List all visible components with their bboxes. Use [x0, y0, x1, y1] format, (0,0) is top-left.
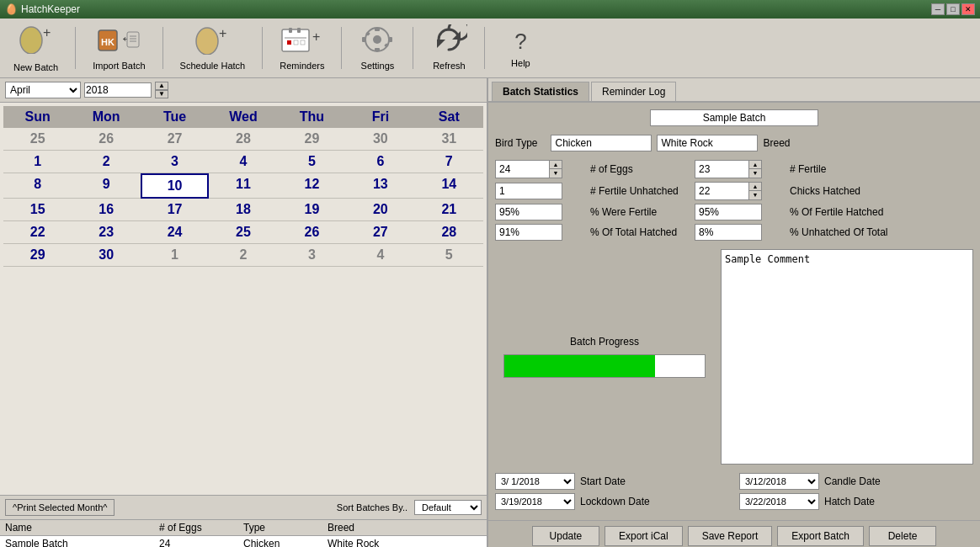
eggs-up-btn[interactable]: ▲ [550, 161, 562, 169]
cal-day[interactable]: 31 [415, 128, 483, 151]
cal-day[interactable]: 10 [141, 173, 209, 199]
cal-day[interactable]: 2 [72, 151, 140, 173]
cal-day[interactable]: 8 [3, 173, 72, 199]
chicks-hatched-input[interactable] [695, 182, 749, 200]
cal-day[interactable]: 17 [141, 199, 209, 221]
cal-day[interactable]: 27 [141, 128, 209, 151]
save-report-button[interactable]: Save Report [688, 526, 773, 546]
calendar-header: April ▲ ▼ [0, 78, 487, 103]
toolbar-sep-4 [341, 27, 342, 69]
bird-type-row: Bird Type Breed [495, 135, 973, 151]
year-down-button[interactable]: ▼ [155, 90, 168, 98]
lockdown-date-select[interactable]: 3/19/2018 [495, 493, 575, 510]
hatch-date-select[interactable]: 3/22/2018 [739, 493, 819, 510]
cal-day[interactable]: 19 [278, 199, 346, 221]
cal-day[interactable]: 6 [346, 151, 414, 173]
delete-button[interactable]: Delete [869, 526, 936, 546]
cal-day[interactable]: 16 [72, 199, 140, 221]
help-button[interactable]: ? Help [495, 26, 546, 70]
settings-label: Settings [361, 61, 395, 71]
calendar-grid: Sun Mon Tue Wed Thu Fri Sat 252627282930… [0, 103, 487, 495]
cal-day[interactable]: 13 [346, 173, 414, 199]
start-date-select[interactable]: 3/ 1/2018 [495, 473, 575, 490]
cal-day[interactable]: 5 [415, 244, 483, 267]
cal-day[interactable]: 29 [3, 244, 72, 267]
fertile-count-input[interactable] [695, 160, 749, 178]
cal-day[interactable]: 3 [141, 151, 209, 173]
refresh-button[interactable]: Refresh [423, 23, 474, 72]
cal-day[interactable]: 25 [3, 128, 72, 151]
cal-day[interactable]: 28 [209, 128, 277, 151]
fertile-unhatched-input[interactable] [495, 183, 562, 199]
cal-day[interactable]: 21 [415, 199, 483, 221]
cal-day[interactable]: 3 [278, 244, 346, 267]
pct-fertile-hatched-input[interactable] [695, 204, 762, 220]
fertile-count-field: ▲▼ [695, 160, 766, 178]
cal-day[interactable]: 1 [141, 244, 209, 267]
cal-day[interactable]: 26 [72, 128, 140, 151]
bird-type-input[interactable] [551, 135, 652, 151]
year-input[interactable] [84, 82, 152, 98]
cal-day[interactable]: 28 [415, 221, 483, 244]
pct-fertile-input[interactable] [495, 204, 562, 220]
new-batch-button[interactable]: + New Batch [7, 22, 65, 74]
cal-day[interactable]: 2 [209, 244, 277, 267]
cal-day[interactable]: 1 [3, 151, 72, 173]
maximize-button[interactable]: □ [946, 3, 960, 15]
cal-day[interactable]: 5 [278, 151, 346, 173]
breed-input[interactable] [657, 135, 758, 151]
cal-day[interactable]: 11 [209, 173, 277, 199]
start-date-row: 3/ 1/2018 Start Date [495, 473, 729, 490]
cal-day[interactable]: 26 [278, 221, 346, 244]
cal-day[interactable]: 14 [415, 173, 483, 199]
reminders-button[interactable]: + Reminders [273, 23, 331, 72]
close-button[interactable]: ✕ [961, 3, 975, 15]
cal-day[interactable]: 7 [415, 151, 483, 173]
candle-date-select[interactable]: 3/12/2018 [739, 473, 819, 490]
batch-row[interactable]: Sample Batch 24 Chicken White Rock [0, 536, 487, 547]
pct-unhatched-input[interactable] [695, 224, 762, 241]
month-select[interactable]: April [5, 82, 81, 98]
update-button[interactable]: Update [532, 526, 599, 546]
cal-day[interactable]: 29 [278, 128, 346, 151]
eggs-down-btn[interactable]: ▼ [550, 169, 562, 178]
export-batch-button[interactable]: Export Batch [777, 526, 864, 546]
schedule-hatch-button[interactable]: + Schedule Hatch [173, 23, 253, 72]
progress-section: Batch Progress [495, 249, 714, 465]
export-ical-button[interactable]: Export iCal [605, 526, 683, 546]
eggs-count-input[interactable] [495, 160, 550, 178]
print-month-button[interactable]: ^Print Selected Month^ [5, 499, 115, 516]
cal-day[interactable]: 23 [72, 221, 140, 244]
eggs-label: # of Eggs [590, 163, 691, 175]
settings-button[interactable]: Settings [352, 23, 402, 72]
cal-day[interactable]: 22 [3, 221, 72, 244]
year-up-button[interactable]: ▲ [155, 82, 168, 90]
cal-day[interactable]: 15 [3, 199, 72, 221]
minimize-button[interactable]: ─ [931, 3, 945, 15]
cal-day[interactable]: 30 [346, 128, 414, 151]
chicks-down-btn[interactable]: ▼ [749, 191, 761, 199]
col-name: Name [5, 522, 159, 534]
comment-textarea[interactable] [721, 249, 973, 465]
cal-day[interactable]: 12 [278, 173, 346, 199]
cal-day[interactable]: 4 [346, 244, 414, 267]
cal-day[interactable]: 30 [72, 244, 140, 267]
sort-select[interactable]: Default Name Date Eggs [414, 500, 482, 515]
cal-day[interactable]: 18 [209, 199, 277, 221]
cal-day[interactable]: 27 [346, 221, 414, 244]
batch-title-input[interactable] [650, 109, 818, 126]
tab-reminder-log[interactable]: Reminder Log [591, 82, 676, 101]
cal-day[interactable]: 4 [209, 151, 277, 173]
header-sat: Sat [415, 106, 483, 128]
tab-batch-statistics[interactable]: Batch Statistics [492, 82, 589, 101]
fertile-down-btn[interactable]: ▼ [749, 169, 761, 178]
svg-point-0 [20, 27, 42, 54]
pct-total-hatched-input[interactable] [495, 224, 562, 241]
cal-day[interactable]: 9 [72, 173, 140, 199]
cal-day[interactable]: 20 [346, 199, 414, 221]
chicks-up-btn[interactable]: ▲ [749, 183, 761, 191]
fertile-up-btn[interactable]: ▲ [749, 161, 761, 169]
import-batch-button[interactable]: HK ← Import Batch [86, 24, 152, 72]
cal-day[interactable]: 25 [209, 221, 277, 244]
cal-day[interactable]: 24 [141, 221, 209, 244]
